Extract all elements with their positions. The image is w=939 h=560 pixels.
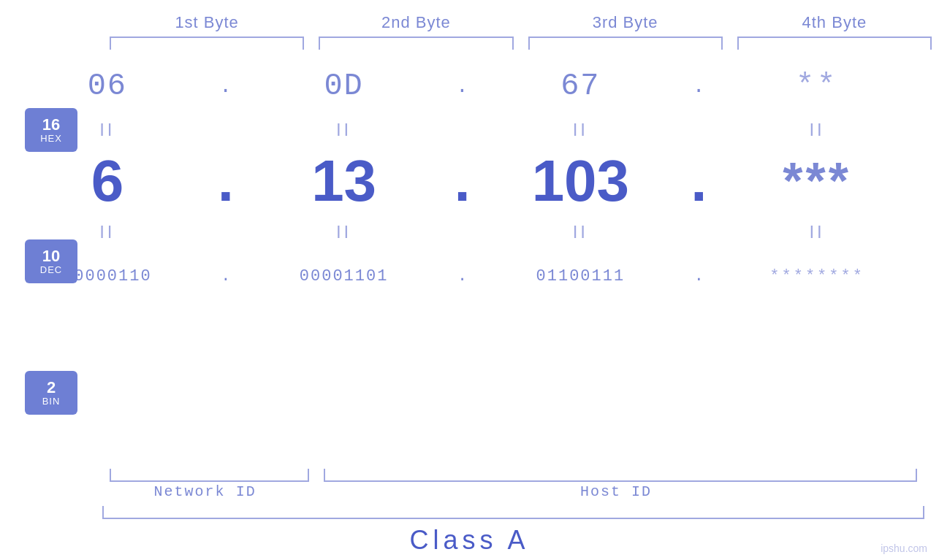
- byte2-label: 2nd Byte: [311, 13, 520, 37]
- bin-val-2: 00001101: [300, 267, 389, 285]
- bin-badge: 2 BIN: [25, 371, 77, 415]
- big-bottom-bracket-row: [0, 506, 939, 519]
- bin-cell-3: 01100111: [474, 267, 688, 285]
- bin-row: 00000110 . 00001101 . 01100111 . *******…: [0, 247, 924, 305]
- hex-val-3: 67: [560, 69, 600, 104]
- bin-dot-1: .: [215, 267, 237, 285]
- network-id-label: Network ID: [102, 483, 308, 500]
- top-bracket-2: [319, 37, 513, 50]
- class-row: Class A: [0, 519, 939, 560]
- hex-dot-3: .: [688, 75, 710, 98]
- dec-dot-2: .: [452, 152, 474, 210]
- hex-base-num: 16: [42, 117, 60, 133]
- dec-badge: 10 DEC: [25, 239, 77, 283]
- bin-cell-4: ********: [710, 267, 924, 285]
- id-labels-row: Network ID Host ID: [0, 483, 939, 500]
- network-bracket: [110, 469, 309, 482]
- hex-cell-4: **: [710, 69, 924, 104]
- dec-val-4: ***: [783, 152, 851, 210]
- hex-dot-2: .: [452, 75, 474, 98]
- dec-base-name: DEC: [40, 264, 62, 275]
- hex-dot-1: .: [215, 75, 237, 98]
- hex-cell-3: 67: [474, 69, 688, 104]
- big-bottom-bracket: [102, 506, 924, 519]
- top-bracket-1: [110, 37, 304, 50]
- eq-cell-3: II: [474, 120, 688, 140]
- hex-badge: 16 HEX: [25, 108, 77, 152]
- dec-val-3: 103: [532, 152, 629, 210]
- dec-val-2: 13: [311, 152, 376, 210]
- dec-cell-3: 103: [474, 152, 688, 210]
- eq2-cell-4: II: [710, 222, 924, 242]
- dec-row: 6 . 13 . 103 . ***: [0, 145, 924, 218]
- dec-cell-2: 13: [237, 152, 452, 210]
- byte1-label: 1st Byte: [102, 13, 311, 37]
- main-container: 1st Byte 2nd Byte 3rd Byte 4th Byte 16 H…: [0, 0, 939, 560]
- byte3-label: 3rd Byte: [521, 13, 730, 37]
- host-bracket: [324, 469, 917, 482]
- bin-dot-2: .: [452, 267, 474, 285]
- bottom-bracket-row: [0, 469, 939, 482]
- top-bracket-row: [0, 37, 939, 50]
- dec-base-num: 10: [42, 248, 60, 264]
- watermark: ipshu.com: [881, 542, 927, 554]
- dec-cell-4: ***: [710, 152, 924, 210]
- top-bracket-4: [737, 37, 932, 50]
- eq-cell-2: II: [237, 120, 452, 140]
- base-label-column: 16 HEX 10 DEC 2 BIN: [0, 57, 102, 466]
- hex-val-2: 0D: [324, 69, 363, 104]
- dec-dot-3: .: [688, 152, 710, 210]
- bin-val-4: ********: [769, 267, 864, 285]
- hex-base-name: HEX: [40, 133, 62, 144]
- hex-row: 06 . 0D . 67 . **: [0, 57, 924, 115]
- hex-cell-2: 0D: [237, 69, 452, 104]
- bytes-grid: 06 . 0D . 67 . ** II II: [0, 57, 939, 466]
- eq-cell-4: II: [710, 120, 924, 140]
- bin-base-name: BIN: [42, 396, 61, 407]
- hex-val-4: **: [796, 69, 838, 104]
- eq-row-2: II II II II: [0, 218, 924, 247]
- bin-val-3: 01100111: [536, 267, 626, 285]
- bin-dot-3: .: [688, 267, 710, 285]
- byte4-label: 4th Byte: [730, 13, 939, 37]
- top-bracket-3: [528, 37, 723, 50]
- dec-dot-1: .: [215, 152, 237, 210]
- eq-row-1: II II II II: [0, 115, 924, 145]
- header-row: 1st Byte 2nd Byte 3rd Byte 4th Byte: [0, 0, 939, 37]
- bin-base-num: 2: [47, 380, 56, 396]
- class-label: Class A: [409, 525, 529, 556]
- eq2-cell-2: II: [237, 222, 452, 242]
- bin-cell-2: 00001101: [237, 267, 452, 285]
- host-id-label: Host ID: [308, 483, 924, 500]
- eq2-cell-3: II: [474, 222, 688, 242]
